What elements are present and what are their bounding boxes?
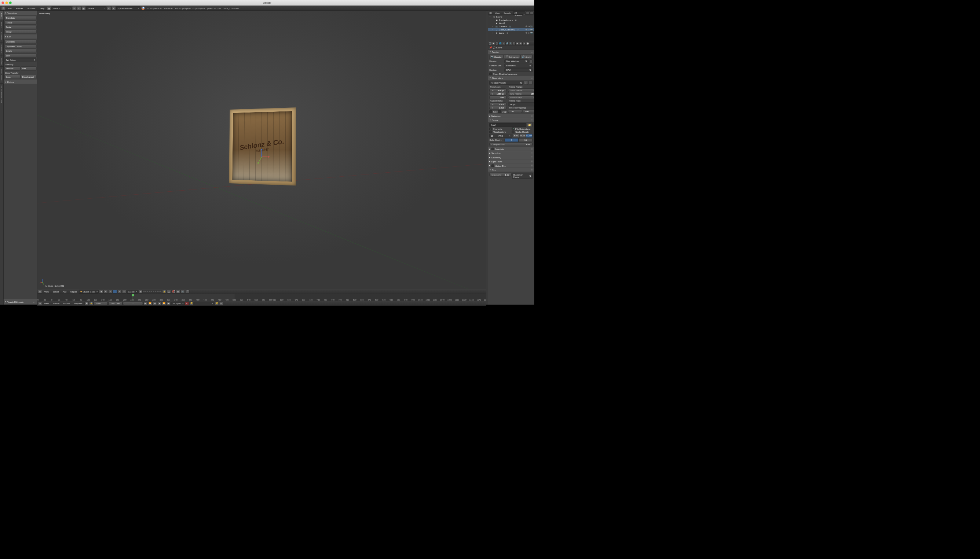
manipulator-x-icon[interactable] xyxy=(262,157,270,157)
pivot-dd-icon[interactable]: ⊕ xyxy=(104,290,108,294)
sec-freestyle-hdr[interactable]: ▶Freestyle⠿ xyxy=(488,147,534,151)
rotate-button[interactable]: Rotate xyxy=(4,20,36,25)
menu-file[interactable]: File xyxy=(6,7,13,10)
data-layout-button[interactable]: Data Layout xyxy=(20,75,36,79)
manip-scale-icon[interactable]: ⤢ xyxy=(122,290,126,294)
join-button[interactable]: Join xyxy=(4,53,36,58)
sec-metadata-hdr[interactable]: ▶Metadata⠿ xyxy=(488,114,534,118)
proportional-dd-icon[interactable]: ◯ xyxy=(167,290,171,294)
play-icon[interactable]: ▶ xyxy=(158,302,161,305)
sec-geometry-hdr[interactable]: ▶Geometry⠿ xyxy=(488,155,534,159)
lock-range-icon[interactable]: 🔒 xyxy=(89,302,93,305)
animation-button[interactable]: 🎬Animation xyxy=(504,55,520,59)
render-preview-icon[interactable]: 📷 xyxy=(181,290,185,294)
sec-sampling-hdr[interactable]: ▶Sampling⠿ xyxy=(488,151,534,155)
timeline-menu-view[interactable]: View xyxy=(43,303,51,305)
lock-interface-icon[interactable] xyxy=(529,60,532,63)
depth-16-button[interactable]: 16 xyxy=(519,138,532,142)
depth-8-button[interactable]: 8 xyxy=(505,138,519,142)
color-rgba-button[interactable]: RGBA xyxy=(526,134,532,137)
sec-film-hdr[interactable]: ▼Film⠿ xyxy=(488,168,534,172)
color-rgb-button[interactable]: RGB xyxy=(519,134,526,137)
zoom-icon[interactable] xyxy=(9,2,12,4)
duplicate-linked-button[interactable]: Duplicate Linked xyxy=(4,45,36,48)
outliner-filter-icon[interactable] xyxy=(526,12,529,15)
render-button[interactable]: 📷Render xyxy=(489,55,503,59)
vtab-grease-pencil[interactable]: Grease Pencil xyxy=(0,66,3,83)
shading-dd-icon[interactable]: ◉ xyxy=(99,290,103,294)
menu-window[interactable]: Window xyxy=(26,7,37,10)
lock-scene-icon[interactable]: 🔒 xyxy=(162,290,166,294)
manipulator-z-icon[interactable] xyxy=(262,149,262,157)
vtab-animation[interactable]: Animation xyxy=(0,43,3,56)
props-scroll[interactable]: ▼Render⠿ 📷Render 🎬Animation 🔊Audio Displ… xyxy=(488,50,534,304)
start-frame-prop[interactable]: Start Frame:1 xyxy=(508,88,534,92)
keying-set-dd[interactable]: ⇅ xyxy=(194,302,214,305)
viewport-object[interactable]: Schlonz & Co. est. 1847 xyxy=(229,108,296,185)
sec-dimensions-hdr[interactable]: ▼Dimensions⠿ xyxy=(488,76,534,80)
outliner-plus-icon[interactable] xyxy=(530,12,533,15)
panel-edit-hdr[interactable]: ▼Edit xyxy=(4,35,37,39)
audio-button[interactable]: 🔊Audio xyxy=(521,55,532,59)
start-frame-field[interactable]: Start:1 xyxy=(94,302,108,305)
res-pct-field[interactable]: 50% xyxy=(489,96,506,99)
props-tab-material[interactable]: ◉ xyxy=(516,42,519,45)
output-path-field[interactable]: /tmp/ xyxy=(489,123,526,127)
outliner-row[interactable]: ▸✺Lamp✺👁➤📷 xyxy=(488,31,534,35)
res-y-field[interactable]: Y:1080 px xyxy=(489,92,506,96)
frame-rate-dd[interactable]: 24 fps⇅ xyxy=(508,103,534,106)
vtab-manuelbastionilab[interactable]: ManuelBastioniLAB xyxy=(0,83,3,105)
props-tab-data[interactable]: ▽ xyxy=(512,42,516,45)
end-frame-prop[interactable]: End Frame:250 xyxy=(508,92,534,96)
keying-set-icon[interactable]: 🔑 xyxy=(190,302,194,305)
timeline-editor-icon[interactable]: ◷ xyxy=(38,302,42,305)
current-frame-field[interactable]: 1 xyxy=(123,302,143,305)
remap-new-field[interactable]: 100 xyxy=(522,109,534,113)
feature-dd[interactable]: Supported⇅ xyxy=(505,64,532,68)
scene-dd[interactable]: Scene▾ xyxy=(86,6,106,10)
panel-history-hdr[interactable]: ▼History xyxy=(4,79,37,84)
props-tab-scene[interactable]: ◯ xyxy=(496,42,499,45)
snap-toggle-icon[interactable]: 🧲 xyxy=(171,290,175,294)
outliner-row[interactable]: ▾◯Scene xyxy=(488,15,534,18)
translate-button[interactable]: Translate xyxy=(4,16,36,20)
osl-checkbox[interactable]: Open Shading Language xyxy=(489,73,532,75)
outliner-row[interactable]: ◉World xyxy=(488,22,534,25)
duplicate-button[interactable]: Duplicate xyxy=(4,40,36,44)
overwrite-checkbox[interactable]: ✓Overwrite xyxy=(489,127,510,130)
timeline-menu-marker[interactable]: Marker xyxy=(51,303,61,305)
vtab-tools[interactable]: Tools xyxy=(0,11,3,20)
vtab-create[interactable]: Create xyxy=(0,20,3,30)
smooth-button[interactable]: Smooth xyxy=(4,66,20,70)
render-engine-dd[interactable]: Cycles Render⇅ xyxy=(116,6,140,10)
scale-button[interactable]: Scale xyxy=(4,25,36,29)
scene-browse-icon[interactable]: ▦ xyxy=(82,6,86,10)
delete-key-icon[interactable]: 🗝 xyxy=(219,302,223,305)
view3d-canvas[interactable]: User Persp Schlonz & Co. est. 1847 xyxy=(37,11,486,289)
set-origin-dd[interactable]: Set Origin⇅ xyxy=(4,58,36,62)
mode-dd[interactable]: ◆Object Mode⇅ xyxy=(79,290,99,294)
insert-key-icon[interactable]: 🔑 xyxy=(215,302,219,305)
compression-field[interactable]: Compression:15% xyxy=(489,142,532,146)
remap-old-field[interactable]: 100 xyxy=(508,109,522,113)
crop-checkbox[interactable]: Crop xyxy=(498,110,506,113)
res-x-field[interactable]: X:1920 px xyxy=(489,88,506,92)
orientation-dd[interactable]: Global⇅ xyxy=(127,290,138,294)
format-dd[interactable]: 🖼PNG⇅ xyxy=(489,134,512,137)
browse-output-icon[interactable]: 📁 xyxy=(527,123,532,127)
blender-icon[interactable]: ⓘ xyxy=(1,6,5,10)
delete-button[interactable]: Delete xyxy=(4,49,36,53)
view3d-menu-add[interactable]: Add xyxy=(61,290,68,293)
placeholders-checkbox[interactable]: Placeholders xyxy=(489,131,510,133)
outliner-menu-search[interactable]: Search xyxy=(502,12,512,14)
view3d-menu-object[interactable]: Object xyxy=(69,290,78,293)
sec-motionblur-hdr[interactable]: ▶Motion Blur⠿ xyxy=(488,164,534,167)
outliner-menu-view[interactable]: View xyxy=(493,12,501,14)
aspect-y-field[interactable]: Y:1.000 xyxy=(489,106,506,109)
data-button[interactable]: Data xyxy=(4,75,20,79)
add-screen-icon[interactable]: + xyxy=(72,6,76,10)
props-tab-render[interactable]: 📷 xyxy=(489,42,492,45)
timeline-menu-playback[interactable]: Playback xyxy=(72,303,84,305)
manip-toggle-icon[interactable]: ↔ xyxy=(108,290,112,294)
add-scene-icon[interactable]: + xyxy=(107,6,111,10)
